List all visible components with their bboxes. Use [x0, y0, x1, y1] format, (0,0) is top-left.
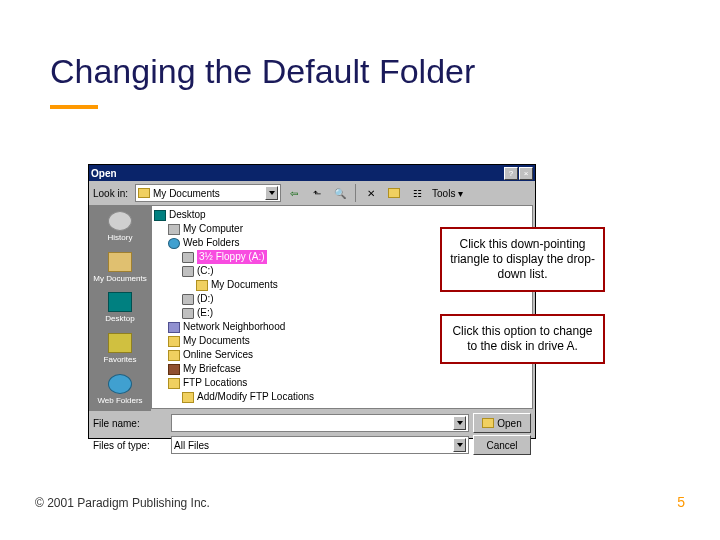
tree-briefcase[interactable]: My Briefcase: [154, 362, 314, 376]
folder-icon: [168, 336, 180, 347]
slide: Changing the Default Folder Open ? × Loo…: [0, 0, 720, 540]
titlebar-buttons: ? ×: [504, 167, 533, 180]
tree-online-services[interactable]: Online Services: [154, 348, 314, 362]
new-folder-button[interactable]: [384, 183, 404, 203]
tree-add-ftp[interactable]: Add/Modify FTP Locations: [154, 390, 314, 404]
delete-button[interactable]: ✕: [361, 183, 381, 203]
place-mydocuments[interactable]: My Documents: [93, 250, 147, 285]
desktop-icon: [154, 210, 166, 221]
open-button[interactable]: Open: [473, 413, 531, 433]
tree-network[interactable]: Network Neighborhood: [154, 320, 314, 334]
filetype-row: Files of type: All Files Cancel: [89, 433, 535, 457]
tree-webfolders[interactable]: Web Folders: [154, 236, 314, 250]
favorites-icon: [108, 333, 132, 353]
mydocuments-icon: [108, 252, 132, 272]
place-history[interactable]: History: [93, 209, 147, 244]
folder-tree: Desktop My Computer Web Folders 3½ Flopp…: [154, 208, 314, 404]
tree-drive-e[interactable]: (E:): [154, 306, 314, 320]
folder-icon: [168, 350, 180, 361]
tree-desktop[interactable]: Desktop: [154, 208, 314, 222]
tree-drive-d[interactable]: (D:): [154, 292, 314, 306]
back-button[interactable]: ⇦: [284, 183, 304, 203]
drive-icon: [182, 266, 194, 277]
filetype-field[interactable]: All Files: [171, 436, 469, 454]
lookin-value: My Documents: [153, 188, 220, 199]
filename-field[interactable]: [171, 414, 469, 432]
history-icon: [108, 211, 132, 231]
network-icon: [168, 322, 180, 333]
places-bar: History My Documents Desktop Favorites W…: [89, 205, 151, 411]
up-button[interactable]: ⬑: [307, 183, 327, 203]
views-icon: ☷: [413, 188, 422, 199]
drive-icon: [182, 308, 194, 319]
delete-icon: ✕: [367, 188, 375, 199]
help-button[interactable]: ?: [504, 167, 518, 180]
floppy-icon: [182, 252, 194, 263]
filename-row: File name: Open: [89, 411, 535, 435]
chevron-down-icon: [457, 443, 463, 447]
tree-mydocuments-2[interactable]: My Documents: [154, 334, 314, 348]
copyright: © 2001 Paradigm Publishing Inc.: [35, 496, 210, 510]
tree-drive-c[interactable]: (C:): [154, 264, 314, 278]
callout-dropdown-triangle: Click this down-pointing triangle to dis…: [440, 227, 605, 292]
desktop-icon: [108, 292, 132, 312]
title-accent: [50, 105, 98, 109]
briefcase-icon: [168, 364, 180, 375]
tree-mydocuments-c[interactable]: My Documents: [154, 278, 314, 292]
tree-mycomputer[interactable]: My Computer: [154, 222, 314, 236]
folder-icon: [196, 280, 208, 291]
filename-dropdown-button[interactable]: [453, 416, 466, 430]
open-dialog: Open ? × Look in: My Documents ⇦ ⬑ 🔍 ✕ ☷…: [88, 164, 536, 439]
tree-floppy-a[interactable]: 3½ Floppy (A:): [154, 250, 314, 264]
lookin-dropdown-button[interactable]: [265, 186, 278, 200]
open-icon: [482, 418, 494, 428]
folder-icon: [138, 188, 150, 198]
page-number: 5: [677, 494, 685, 510]
search-icon: 🔍: [334, 188, 346, 199]
webfolder-icon: [168, 238, 180, 249]
slide-title: Changing the Default Folder: [50, 52, 475, 91]
dialog-titlebar: Open ? ×: [89, 165, 535, 181]
cancel-button[interactable]: Cancel: [473, 435, 531, 455]
place-favorites[interactable]: Favorites: [93, 331, 147, 366]
chevron-down-icon: [457, 421, 463, 425]
computer-icon: [168, 224, 180, 235]
ftp-icon: [168, 378, 180, 389]
back-arrow-icon: ⇦: [290, 188, 298, 199]
toolbar: Look in: My Documents ⇦ ⬑ 🔍 ✕ ☷ Tools ▾: [89, 181, 535, 205]
lookin-label: Look in:: [93, 188, 128, 199]
new-folder-icon: [388, 188, 400, 198]
dialog-title: Open: [91, 168, 117, 179]
tools-menu[interactable]: Tools ▾: [430, 188, 465, 199]
up-folder-icon: ⬑: [313, 188, 321, 199]
toolbar-separator: [355, 184, 356, 202]
views-button[interactable]: ☷: [407, 183, 427, 203]
close-button[interactable]: ×: [519, 167, 533, 180]
tree-ftp[interactable]: FTP Locations: [154, 376, 314, 390]
place-desktop[interactable]: Desktop: [93, 291, 147, 326]
filetype-label: Files of type:: [93, 440, 163, 451]
filetype-dropdown-button[interactable]: [453, 438, 466, 452]
filename-label: File name:: [93, 418, 163, 429]
drive-icon: [182, 294, 194, 305]
filetype-value: All Files: [174, 440, 209, 451]
search-web-button[interactable]: 🔍: [330, 183, 350, 203]
callout-drive-a: Click this option to change to the disk …: [440, 314, 605, 364]
place-webfolders[interactable]: Web Folders: [93, 372, 147, 407]
webfolders-icon: [108, 374, 132, 394]
lookin-dropdown[interactable]: My Documents: [135, 184, 281, 202]
chevron-down-icon: [269, 191, 275, 195]
add-ftp-icon: [182, 392, 194, 403]
